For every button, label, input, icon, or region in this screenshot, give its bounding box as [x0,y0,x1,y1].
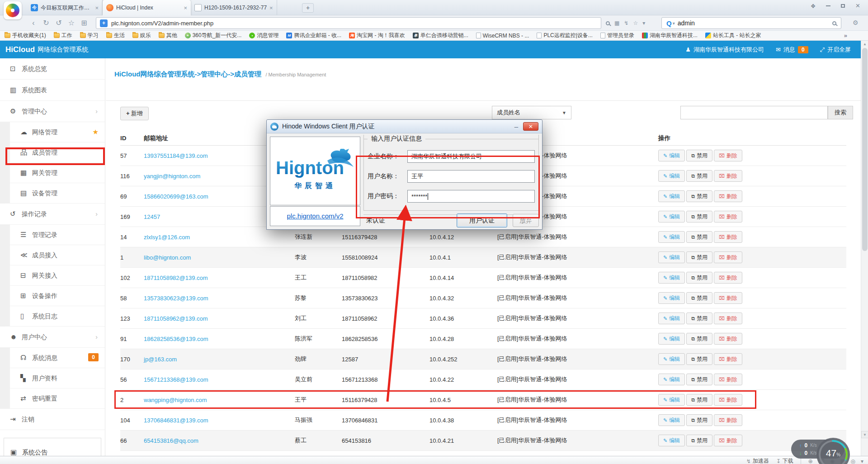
row-action-button[interactable]: ⌧删除 [714,251,742,263]
url-input[interactable]: + plc.hignton.com/V2/admin-member.php [96,17,601,29]
scroll-up-icon[interactable]: ▲ [861,41,868,48]
row-action-button[interactable]: ⧉禁用 [686,170,712,182]
sidebar-item[interactable]: ▦ 网关管理 [0,163,105,183]
fullscreen-button[interactable]: ⤢开启全屏 [820,46,851,54]
restore-icon[interactable] [836,1,849,11]
row-action-button[interactable]: ✎编辑 [658,272,685,284]
bookmark-item[interactable]: 淘 淘宝网 - 淘！我喜欢 [349,32,405,39]
bookmark-item[interactable]: 湖南华辰智通科技... [642,32,698,39]
scrollbar[interactable]: ▲ ▼ [861,41,868,456]
row-action-button[interactable]: ⌧删除 [714,414,742,426]
table-row[interactable]: 104 13706846831@139.com 马振强 13706846831 … [120,410,846,431]
bookmark-item[interactable]: 娱乐 [132,32,151,39]
row-action-button[interactable]: ⧉禁用 [686,211,712,223]
row-action-button[interactable]: ⧉禁用 [686,333,712,345]
table-row[interactable]: 66 654153816@qq.com 蔡工 654153816 10.0.4.… [120,431,846,451]
zoom-icon[interactable] [606,21,610,25]
row-action-button[interactable]: ⌧删除 [714,312,742,324]
row-action-button[interactable]: ⧉禁用 [686,414,712,426]
row-action-button[interactable]: ⌧删除 [714,190,742,202]
member-email-link[interactable]: 18628258536@139.com [144,336,295,342]
history-icon[interactable]: ↺ [52,19,65,27]
bookmark-item[interactable]: M 腾讯企业邮箱 - 收... [286,32,341,39]
member-email-link[interactable]: 15671213368@139.com [144,376,295,383]
row-action-button[interactable]: ⧉禁用 [686,272,712,284]
field-input[interactable]: 王平 [407,170,535,183]
sidebar-item[interactable]: ⊟ 网关接入 [0,265,105,286]
bookmark-item[interactable]: 单 单仁合强移动营销... [413,32,468,39]
hignton-link[interactable]: plc.hignton.com/v2 [287,212,343,220]
sidebar-item[interactable]: ☰ 管理记录 [0,225,105,245]
row-action-button[interactable]: ⌧删除 [714,292,742,304]
bookmark-item[interactable]: 手机收藏夹(1) [5,32,46,39]
add-member-button[interactable]: +新增 [120,107,149,120]
row-action-button[interactable]: ⌧删除 [714,211,742,223]
member-email-link[interactable]: 18711058982@139.com [144,275,295,281]
filter-select[interactable]: 成员姓名 ▼ [492,106,571,119]
row-action-button[interactable]: ⧉禁用 [686,190,712,202]
row-action-button[interactable]: ⧉禁用 [686,353,712,365]
bookmark-item[interactable]: 学习 [80,32,99,39]
sidebar-item[interactable]: ☊ 系统消息 0 [0,348,105,368]
row-action-button[interactable]: ⧉禁用 [686,312,712,324]
row-action-button[interactable]: ✎编辑 [658,333,685,345]
table-row[interactable]: 14 zlxlsy1@126.com 张连新 15116379428 10.0.… [120,227,846,247]
member-search-input[interactable] [680,106,828,119]
browser-tab[interactable]: HiCloud | Index × [103,0,191,15]
sidebar-item[interactable]: ☁ 网络管理 ★ [0,122,105,142]
table-row[interactable]: 170 jp@163.com 劲牌 12587 10.0.4.252 [已启用]… [120,349,846,369]
browser-logo[interactable] [4,1,22,19]
row-action-button[interactable]: ✎编辑 [658,394,685,406]
row-action-button[interactable]: ✎编辑 [658,170,685,182]
row-action-button[interactable]: ✎编辑 [658,414,685,426]
accelerator-button[interactable]: ↯加速器 [746,457,769,464]
table-row[interactable]: 123 18711058962@139.com 刘工 18711058962 1… [120,308,846,329]
row-action-button[interactable]: ⧉禁用 [686,292,712,304]
sidebar-item[interactable]: ▤ 设备管理 [0,183,105,204]
member-email-link[interactable]: 13573830623@139.com [144,295,295,302]
statusbar-tool-icon[interactable]: ◎ [850,458,855,464]
sidebar-item[interactable]: ▥ 系统图表 [0,80,105,101]
sidebar-item[interactable]: ⇥ 注销 [0,409,105,430]
close-icon[interactable]: × [851,1,864,11]
row-action-button[interactable]: ⌧删除 [714,353,742,365]
row-action-button[interactable]: ⧉禁用 [686,251,712,263]
browser-tab[interactable]: H120-1509-1617-2932-77 × [191,0,277,15]
dialog-minimize-icon[interactable]: – [509,123,523,130]
row-action-button[interactable]: ✎编辑 [658,251,685,263]
qr-code-icon[interactable]: ▦ [614,20,619,26]
sidebar-item[interactable]: ⇄ 密码重置 [0,388,105,409]
sidebar-item[interactable]: 品 成员管理 [0,142,105,163]
search-icon[interactable] [832,21,836,25]
minimize-icon[interactable] [821,1,835,11]
sidebar-item[interactable]: ▯ 系统日志 [0,306,105,327]
star-icon[interactable]: ☆ [633,20,638,26]
bookmark-item[interactable]: WiseCRM NBS - ... [476,32,529,39]
row-action-button[interactable]: ⧉禁用 [686,435,712,446]
member-email-link[interactable]: 13706846831@139.com [144,417,295,424]
table-row[interactable]: 1 libo@hignton.com 李波 15581008924 10.0.4… [120,247,846,268]
field-input[interactable]: 湖南华辰智通科技有限公司 [407,150,535,163]
bookmark-item[interactable]: 其他 [159,32,177,39]
member-email-link[interactable]: libo@hignton.com [144,254,295,261]
statusbar-tool-icon[interactable]: ⊕ [808,458,813,464]
table-row[interactable]: 58 13573830623@139.com 苏黎 13573830623 10… [120,288,846,308]
sidebar-item[interactable]: ⊞ 设备操作 [0,286,105,306]
row-action-button[interactable]: ⌧删除 [714,150,742,161]
table-row[interactable]: 56 15671213368@139.com 吴立前 15671213368 1… [120,369,846,390]
scroll-down-icon[interactable]: ▼ [861,431,868,438]
statusbar-tool-icon[interactable]: ▾ [861,458,863,464]
sidebar-item[interactable]: ⚙ 管理中心 › [0,101,105,122]
row-action-button[interactable]: ⌧删除 [714,394,742,406]
messages-menu[interactable]: ✉消息0 [776,46,808,54]
tools-wrench-icon[interactable]: ⚙ [853,19,859,26]
table-row[interactable]: 91 18628258536@139.com 陈洪军 18628258536 1… [120,329,846,349]
bookmark-item[interactable]: • 消息管理 [249,32,278,39]
back-icon[interactable]: ‹ [27,19,40,27]
row-action-button[interactable]: ✎编辑 [658,292,685,304]
refresh-icon[interactable]: ↻ [40,19,52,27]
row-action-button[interactable]: ✎编辑 [658,150,685,161]
row-action-button[interactable]: ✎编辑 [658,190,685,202]
bookmark-item[interactable]: 管理员登录 [600,32,634,39]
row-action-button[interactable]: ⌧删除 [714,170,742,182]
